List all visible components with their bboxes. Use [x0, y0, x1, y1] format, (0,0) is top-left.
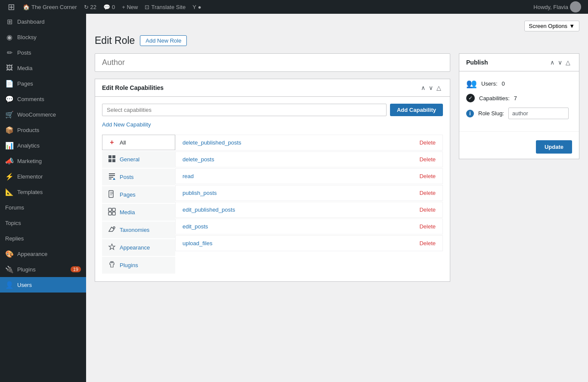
sidebar-item-forums[interactable]: Forums — [0, 200, 86, 215]
posts-cat-icon — [108, 173, 116, 182]
role-name-input[interactable] — [95, 53, 450, 72]
collapse-arrow-button[interactable]: △ — [435, 83, 443, 92]
cap-categories: +AllGeneralPostsPagesMediaTaxonomiesAppe… — [102, 135, 175, 274]
cap-name: edit_published_posts — [183, 206, 419, 213]
svg-rect-1 — [112, 155, 115, 158]
screen-options-button[interactable]: Screen Options ▼ — [524, 21, 579, 31]
cap-cat-label-pages: Pages — [120, 191, 136, 198]
cap-cat-plugins[interactable]: Plugins — [102, 257, 175, 274]
add-capability-button[interactable]: Add Capability — [390, 104, 443, 116]
cap-list: delete_published_postsDeletedelete_posts… — [175, 135, 443, 274]
dashboard-icon: ⊞ — [5, 18, 14, 26]
capabilities-box: Edit Role Capabilities ∧ ∨ △ Add Capabil… — [95, 79, 450, 282]
sidebar-item-appearance[interactable]: 🎨Appearance — [0, 246, 86, 262]
cap-delete-delete_posts[interactable]: Delete — [419, 156, 436, 163]
sidebar-item-products[interactable]: 📦Products — [0, 122, 86, 138]
adminbar-yoast[interactable]: Y ● — [189, 0, 205, 14]
cap-cat-general[interactable]: General — [102, 151, 175, 168]
elementor-icon: ⚡ — [5, 173, 14, 181]
cap-cat-appearance[interactable]: Appearance — [102, 239, 175, 256]
sidebar-item-topics[interactable]: Topics — [0, 215, 86, 231]
sidebar-item-label-analytics: Analytics — [17, 142, 40, 149]
updates-icon: ↻ — [84, 4, 89, 10]
status-dot: ● — [198, 4, 201, 10]
cap-delete-delete_published_posts[interactable]: Delete — [419, 139, 436, 146]
sidebar-item-posts[interactable]: ✏Posts — [0, 45, 86, 60]
cap-delete-publish_posts[interactable]: Delete — [419, 190, 436, 196]
cap-row-publish_posts: publish_postsDelete — [175, 185, 443, 201]
update-button[interactable]: Update — [536, 140, 572, 154]
sidebar-item-users[interactable]: 👤Users — [0, 277, 86, 293]
sidebar-item-templates[interactable]: 📐Templates — [0, 184, 86, 200]
capabilities-box-header: Edit Role Capabilities ∧ ∨ △ — [95, 79, 450, 97]
collapse-up-button[interactable]: ∧ — [419, 83, 427, 92]
publish-capabilities-row: ✓ Capabilities: 7 — [466, 94, 572, 102]
cap-cat-media[interactable]: Media — [102, 204, 175, 221]
sidebar-item-woocommerce[interactable]: 🛒WooCommerce — [0, 107, 86, 122]
publish-collapse-up[interactable]: ∧ — [548, 58, 556, 67]
sidebar-item-label-appearance: Appearance — [17, 251, 47, 257]
sidebar-item-elementor[interactable]: ⚡Elementor — [0, 169, 86, 184]
sidebar-item-comments[interactable]: 💬Comments — [0, 91, 86, 107]
sidebar-item-label-forums: Forums — [5, 204, 24, 211]
cap-cat-pages[interactable]: Pages — [102, 186, 175, 203]
capabilities-box-body: Add Capability Add New Capability +AllGe… — [95, 97, 450, 281]
add-new-role-button[interactable]: Add New Role — [140, 35, 187, 46]
cap-delete-edit_published_posts[interactable]: Delete — [419, 206, 436, 213]
screen-options-bar: Screen Options ▼ — [95, 21, 579, 31]
sidebar-item-marketing[interactable]: 📣Marketing — [0, 153, 86, 169]
cap-name: edit_posts — [183, 223, 419, 230]
cap-cat-taxonomies[interactable]: Taxonomies — [102, 222, 175, 238]
capabilities-content: +AllGeneralPostsPagesMediaTaxonomiesAppe… — [102, 135, 443, 274]
pages-cat-icon — [108, 190, 116, 199]
select-capabilities-input[interactable] — [102, 104, 387, 116]
cap-cat-all[interactable]: +All — [102, 135, 175, 150]
publish-users-row: 👥 Users: 0 — [466, 78, 572, 89]
collapse-down-button[interactable]: ∨ — [427, 83, 435, 92]
sidebar-item-label-media: Media — [17, 65, 32, 71]
cap-name: publish_posts — [183, 190, 419, 196]
adminbar-comments[interactable]: 💬 0 — [100, 0, 118, 14]
wp-logo[interactable]: ⊞ — [3, 0, 19, 14]
role-slug-label: Role Slug: — [478, 110, 504, 117]
adminbar-howdy[interactable]: Howdy, Flavia — [530, 0, 585, 14]
sidebar-item-label-elementor: Elementor — [17, 173, 43, 180]
comments-icon: 💬 — [103, 4, 110, 10]
add-new-capability-link[interactable]: Add New Capability — [102, 121, 443, 128]
sidebar: ⊞Dashboard◉Blocksy✏Posts🖼Media📄Pages💬Com… — [0, 14, 86, 382]
woocommerce-icon: 🛒 — [5, 111, 14, 119]
media-icon: 🖼 — [5, 64, 14, 72]
capabilities-box-title: Edit Role Capabilities — [102, 84, 419, 91]
cap-row-edit_posts: edit_postsDelete — [175, 219, 443, 234]
adminbar-translate[interactable]: ⊡ Translate Site — [141, 0, 189, 14]
sidebar-item-label-woocommerce: WooCommerce — [17, 111, 56, 118]
yoast-icon: Y — [192, 4, 196, 10]
adminbar-site[interactable]: 🏠 The Green Corner — [19, 0, 80, 14]
role-slug-input[interactable] — [508, 108, 569, 119]
sidebar-item-replies[interactable]: Replies — [0, 231, 86, 246]
sidebar-item-analytics[interactable]: 📊Analytics — [0, 138, 86, 153]
main-column: Edit Role Capabilities ∧ ∨ △ Add Capabil… — [95, 53, 450, 282]
all-cat-icon: + — [108, 139, 116, 146]
cap-delete-read[interactable]: Delete — [419, 173, 436, 179]
adminbar-new[interactable]: + New — [118, 0, 141, 14]
side-column: Publish ∧ ∨ △ 👥 Users: 0 ✓ Capab — [459, 53, 579, 282]
cap-cat-posts[interactable]: Posts — [102, 169, 175, 185]
sidebar-item-label-dashboard: Dashboard — [17, 18, 45, 25]
sidebar-item-media[interactable]: 🖼Media — [0, 60, 86, 76]
sidebar-item-blocksy[interactable]: ◉Blocksy — [0, 29, 86, 45]
sidebar-item-plugins[interactable]: 🔌Plugins19 — [0, 262, 86, 277]
publish-collapse-down[interactable]: ∨ — [556, 58, 564, 67]
adminbar-updates[interactable]: ↻ 22 — [80, 0, 100, 14]
pages-icon: 📄 — [5, 80, 14, 88]
svg-rect-2 — [108, 159, 111, 162]
cap-cat-label-general: General — [120, 156, 139, 163]
chevron-down-icon: ▼ — [569, 23, 575, 29]
sidebar-item-dashboard[interactable]: ⊞Dashboard — [0, 14, 86, 29]
info-icon: i — [466, 110, 474, 117]
cap-cat-label-media: Media — [120, 209, 135, 216]
cap-delete-edit_posts[interactable]: Delete — [419, 223, 436, 230]
cap-delete-upload_files[interactable]: Delete — [419, 240, 436, 246]
publish-collapse-arrow[interactable]: △ — [564, 58, 572, 67]
sidebar-item-pages[interactable]: 📄Pages — [0, 76, 86, 91]
